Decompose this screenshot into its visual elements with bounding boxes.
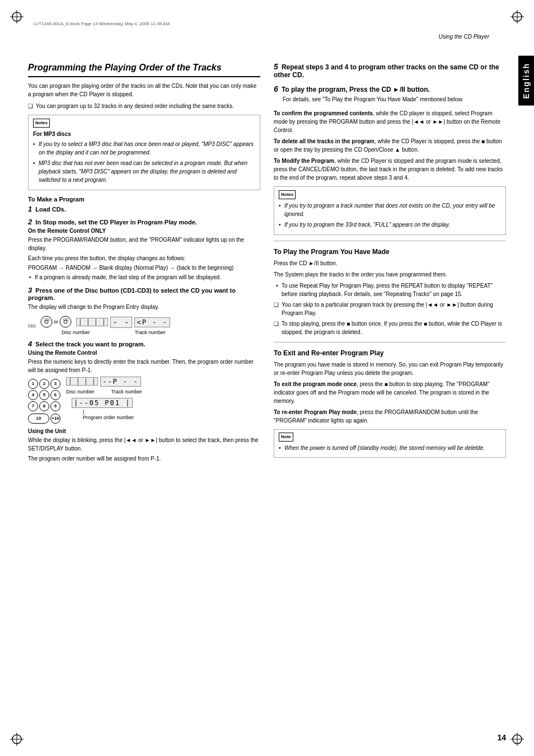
step-1: 1 Load CDs. bbox=[28, 205, 260, 213]
section3-body-1: The program you have made is stored in m… bbox=[274, 360, 506, 377]
note-small-bullet: When the power is turned off (standby mo… bbox=[284, 444, 501, 452]
step-6: 6 To play the program, Press the CD ►/II… bbox=[274, 84, 506, 104]
corner-mark-bl bbox=[10, 732, 24, 746]
numpad: 1 2 3 4 5 6 7 8 9 10 bbox=[28, 377, 60, 424]
section3-reenter: To re-enter Program Play mode, press the… bbox=[274, 408, 506, 425]
body-confirm-label: To confirm the programmed contents bbox=[274, 110, 373, 116]
page: LVT1346-001A_E.book Page 14 Wednesday, M… bbox=[0, 0, 534, 756]
corner-mark-tr bbox=[510, 10, 524, 24]
key-5: 5 bbox=[39, 390, 49, 400]
subsection-title-make: To Make a Program bbox=[28, 196, 260, 203]
step-2-title: In Stop mode, set the CD Player in Progr… bbox=[35, 219, 197, 226]
display-label-track-3: Track number bbox=[135, 330, 166, 335]
corner-mark-tl bbox=[10, 10, 24, 24]
notes-icon-2: Notes bbox=[279, 190, 296, 199]
key-8: 8 bbox=[39, 401, 49, 411]
main-content: Using the CD Player Programming the Play… bbox=[28, 34, 506, 728]
note-small-box: Note When the power is turned off (stand… bbox=[274, 429, 506, 458]
step-4-subtitle: Using the Remote Control bbox=[28, 350, 260, 356]
step-6-num: 6 bbox=[274, 84, 278, 93]
note-small-icon: Note bbox=[279, 433, 293, 442]
notes-subtitle: For MP3 discs bbox=[33, 130, 255, 138]
page-number: 14 bbox=[497, 733, 506, 742]
language-tab: English bbox=[518, 56, 534, 106]
left-column: Programming the Playing Order of the Tra… bbox=[28, 62, 260, 467]
display-label-disc-3: Disc number bbox=[62, 330, 90, 335]
notes-box-mp3: Notes For MP3 discs If you try to select… bbox=[28, 115, 260, 190]
body-modify: To Modify the Program, while the CD Play… bbox=[274, 157, 506, 182]
key-9: 9 bbox=[50, 401, 60, 411]
step-3-num: 3 bbox=[28, 286, 32, 294]
svg-text:CD1: CD1 bbox=[44, 318, 50, 321]
step-4-displays: │ │ │ │ --P - - Disc number Track number… bbox=[66, 377, 142, 420]
step-5-num: 5 bbox=[274, 62, 278, 71]
key-4: 4 bbox=[28, 390, 38, 400]
step-2-bullet: If a program is already made, the last s… bbox=[35, 273, 260, 281]
divider-1 bbox=[274, 241, 506, 241]
section-title: Programming the Playing Order of the Tra… bbox=[28, 62, 260, 77]
step-3-display: CD1 CD1 or CD1 │ │ │ │ bbox=[28, 316, 260, 335]
svg-text:CD1: CD1 bbox=[63, 318, 69, 321]
section2-sq-bullet-2: To stop playing, press the ■ button once… bbox=[282, 320, 506, 336]
intro-para-1: You can program the playing order of the… bbox=[28, 82, 260, 98]
file-info: LVT1346-001A_E.book Page 14 Wednesday, M… bbox=[34, 21, 170, 26]
step-4-display-area: 1 2 3 4 5 6 7 8 9 10 bbox=[28, 377, 260, 424]
body-modify-label: To Modify the Program bbox=[274, 158, 334, 164]
key-6: 6 bbox=[50, 390, 60, 400]
label-program-order: Program order number bbox=[83, 415, 134, 420]
step-2-subtitle: On the Remote Control ONLY bbox=[28, 228, 260, 234]
step-2-body-1: Press the PROGRAM/RANDOM button, and the… bbox=[28, 236, 260, 252]
label-track-4: Track number bbox=[111, 389, 142, 395]
key-plus10: +10 bbox=[50, 414, 60, 424]
key-3: 3 bbox=[50, 379, 60, 389]
step-2-body-flow: PROGRAM → RANDOM → Blank display (Normal… bbox=[28, 264, 260, 272]
section2-sq-bullet-1: You can skip to a particular program tra… bbox=[282, 300, 506, 317]
step-4-title: Select the track you want to program. bbox=[35, 341, 145, 348]
two-col-layout: Programming the Playing Order of the Tra… bbox=[28, 62, 506, 467]
right-column: 5 Repeat steps 3 and 4 to program other … bbox=[274, 62, 506, 467]
section2-bullet-1: To use Repeat Play for Program Play, pre… bbox=[282, 281, 506, 298]
step-1-num: 1 bbox=[28, 205, 32, 213]
key-1: 1 bbox=[28, 379, 38, 389]
divider-2 bbox=[274, 342, 506, 342]
body-delete-label: To delete all the tracks in the program bbox=[274, 138, 374, 144]
section3-reenter-label: To re-enter Program Play mode bbox=[274, 409, 357, 415]
step-4-body: Press the numeric keys to directly enter… bbox=[28, 358, 260, 374]
section2-body-1: Press the CD ►/II button. bbox=[274, 259, 506, 267]
key-2: 2 bbox=[39, 379, 49, 389]
using-unit-title: Using the Unit bbox=[28, 428, 260, 434]
label-disc-4: Disc number bbox=[66, 389, 95, 395]
step-3-body: The display will change to the Program E… bbox=[28, 303, 260, 311]
section3-exit-label: To exit the program mode once bbox=[274, 381, 357, 387]
using-unit-body-1: While the display is blinking, press the… bbox=[28, 436, 260, 453]
step-5-title: Repeat steps 3 and 4 to program other tr… bbox=[274, 63, 499, 79]
notes-header: Notes bbox=[33, 119, 255, 128]
step-4: 4 Select the track you want to program. … bbox=[28, 340, 260, 463]
section2-body-2: The System plays the tracks in the order… bbox=[274, 270, 506, 279]
intro-bullet-1: You can program up to 32 tracks in any d… bbox=[36, 102, 260, 110]
notes2-bullet-1: If you try to program a track number tha… bbox=[284, 201, 501, 218]
step-2-num: 2 bbox=[28, 218, 32, 226]
notes2-bullet-2: If you try to program the 33rd track, "F… bbox=[284, 220, 501, 229]
step-1-title: Load CDs. bbox=[35, 206, 65, 213]
step-2-body-2: Each time you press the button, the disp… bbox=[28, 254, 260, 262]
body-delete: To delete all the tracks in the program,… bbox=[274, 137, 506, 154]
section3-title: To Exit and Re-enter Program Play bbox=[274, 349, 506, 357]
step-6-title: To play the program, Press the CD ►/II b… bbox=[282, 86, 430, 93]
page-header: Using the CD Player bbox=[28, 34, 506, 40]
step-2: 2 In Stop mode, set the CD Player in Pro… bbox=[28, 218, 260, 281]
section2-title: To Play the Program You Have Made bbox=[274, 248, 506, 256]
notes-box-2: Notes If you try to program a track numb… bbox=[274, 186, 506, 235]
step-3-title: Press one of the Disc button (CD1-CD3) t… bbox=[28, 287, 236, 301]
body-confirm: To confirm the programmed contents, whil… bbox=[274, 109, 506, 134]
section3-exit: To exit the program mode once, press the… bbox=[274, 380, 506, 405]
numpad-extra: 10 +10 bbox=[28, 414, 60, 424]
note-small-header: Note bbox=[279, 433, 501, 442]
corner-mark-br bbox=[510, 732, 524, 746]
notes-header-2: Notes bbox=[279, 190, 501, 199]
notes-bullet-1: If you try to select a MP3 disc that has… bbox=[39, 140, 255, 157]
step-3: 3 Press one of the Disc button (CD1-CD3)… bbox=[28, 286, 260, 335]
step-6-body: For details, see "To Play the Program Yo… bbox=[283, 95, 506, 104]
notes-bullet-2: MP3 disc that has not ever been read can… bbox=[39, 159, 255, 184]
key-10: 10 bbox=[28, 414, 49, 424]
